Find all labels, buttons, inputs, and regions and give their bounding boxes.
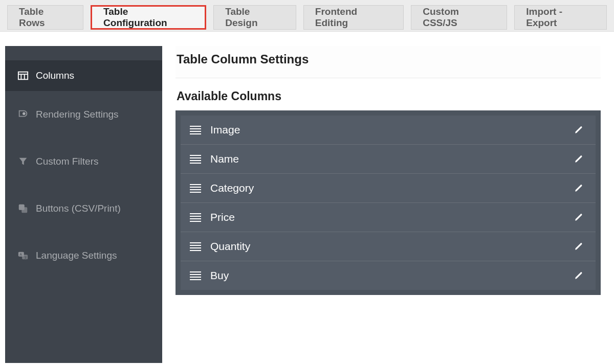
drag-handle-icon[interactable] (190, 184, 201, 193)
column-label: Price (210, 211, 574, 223)
buttons-icon (17, 203, 29, 214)
svg-rect-0 (18, 72, 28, 80)
column-row-price[interactable]: Price (181, 202, 596, 232)
tab-custom-css-js[interactable]: Custom CSS/JS (411, 5, 507, 30)
svg-rect-6 (21, 207, 27, 213)
svg-text:A: A (20, 253, 23, 256)
available-columns-list: Image Name Category (176, 110, 601, 295)
column-row-buy[interactable]: Buy (181, 261, 596, 290)
subsection-title: Available Columns (176, 78, 601, 110)
content-area: Table Column Settings Available Columns … (162, 32, 614, 364)
sidebar-item-label: Buttons (CSV/Print) (36, 203, 121, 214)
filter-icon (17, 156, 29, 167)
column-label: Quantity (210, 240, 574, 253)
svg-text:文: 文 (24, 256, 27, 259)
column-row-category[interactable]: Category (181, 173, 596, 202)
edit-icon[interactable] (574, 154, 583, 164)
column-label: Image (210, 124, 574, 136)
sidebar-item-columns[interactable]: Columns (5, 60, 162, 91)
tab-frontend-editing[interactable]: Frontend Editing (303, 5, 404, 30)
tab-label: Custom CSS/JS (423, 6, 495, 29)
sidebar-item-label: Custom Filters (36, 156, 98, 167)
drag-handle-icon[interactable] (190, 125, 201, 134)
column-label: Category (210, 182, 574, 194)
main-layout: Columns Rendering Settings Custom Filter… (0, 32, 614, 364)
drag-handle-icon[interactable] (190, 154, 201, 164)
tab-label: Table Design (225, 6, 284, 29)
tab-table-design[interactable]: Table Design (213, 5, 296, 30)
sidebar-item-language[interactable]: A文 Language Settings (5, 232, 162, 279)
edit-icon[interactable] (574, 271, 583, 280)
tab-label: Table Rows (19, 6, 72, 29)
tab-table-configuration[interactable]: Table Configuration (91, 5, 206, 30)
sidebar-item-rendering[interactable]: Rendering Settings (5, 91, 162, 138)
column-label: Name (210, 153, 574, 165)
tab-label: Import - Export (526, 6, 595, 29)
edit-icon[interactable] (574, 184, 583, 193)
column-row-name[interactable]: Name (181, 144, 596, 173)
edit-icon[interactable] (574, 125, 583, 134)
drag-handle-icon[interactable] (190, 271, 201, 280)
language-icon: A文 (17, 250, 29, 261)
sidebar: Columns Rendering Settings Custom Filter… (5, 46, 162, 363)
edit-icon[interactable] (574, 213, 583, 222)
svg-point-4 (23, 112, 26, 115)
drag-handle-icon[interactable] (190, 242, 201, 251)
edit-icon[interactable] (574, 242, 583, 251)
sidebar-item-label: Rendering Settings (36, 109, 119, 120)
tab-label: Frontend Editing (315, 6, 392, 29)
rendering-icon (17, 109, 29, 120)
drag-handle-icon[interactable] (190, 213, 201, 222)
columns-icon (17, 70, 29, 81)
section-title: Table Column Settings (176, 46, 601, 78)
sidebar-item-filters[interactable]: Custom Filters (5, 138, 162, 185)
tab-table-rows[interactable]: Table Rows (7, 5, 83, 30)
column-label: Buy (210, 269, 574, 282)
tab-label: Table Configuration (103, 6, 193, 29)
tab-strip: Table Rows Table Configuration Table Des… (0, 0, 614, 32)
column-row-quantity[interactable]: Quantity (181, 232, 596, 261)
sidebar-item-label: Columns (36, 70, 74, 81)
column-row-image[interactable]: Image (181, 116, 596, 144)
sidebar-item-label: Language Settings (36, 250, 117, 261)
tab-import-export[interactable]: Import - Export (514, 5, 607, 30)
sidebar-item-buttons[interactable]: Buttons (CSV/Print) (5, 185, 162, 232)
